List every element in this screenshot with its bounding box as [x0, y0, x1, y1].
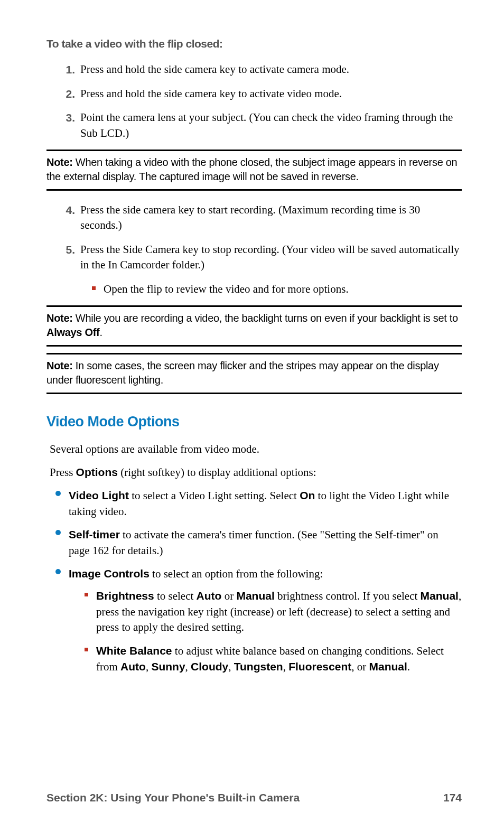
sep: , — [228, 660, 234, 673]
sub-name: White Balance — [96, 645, 172, 657]
step-number: 2. — [56, 86, 75, 101]
sub-text: or — [221, 590, 236, 602]
steps-list-1: 1. Press and hold the side camera key to… — [80, 62, 462, 141]
para-bold: Options — [76, 466, 118, 478]
step-2: 2. Press and hold the side camera key to… — [80, 86, 462, 101]
sub-brightness: Brightness to select Auto or Manual brig… — [96, 588, 462, 635]
image-controls-sub: Brightness to select Auto or Manual brig… — [96, 588, 462, 675]
step-number: 3. — [56, 110, 75, 125]
para-text: Press — [50, 466, 76, 479]
section-title: Video Mode Options — [46, 412, 462, 432]
step-3: 3. Point the camera lens at your subject… — [80, 110, 462, 141]
option-name: Self-timer — [69, 528, 120, 540]
sep: , — [185, 660, 191, 673]
wb-opt: Cloudy — [191, 660, 228, 673]
para-2: Press Options (right softkey) to display… — [50, 464, 462, 480]
step-text: Point the camera lens at your subject. (… — [80, 111, 453, 139]
note-1: Note: When taking a video with the phone… — [46, 150, 462, 191]
step-number: 5. — [56, 242, 75, 257]
option-self-timer: Self-timer to activate the camera's time… — [69, 527, 462, 558]
note-label: Note: — [46, 360, 73, 371]
option-image-controls: Image Controls to select an option from … — [69, 566, 462, 675]
option-name: Video Light — [69, 489, 129, 501]
round-bullet-icon — [55, 491, 61, 496]
step-1: 1. Press and hold the side camera key to… — [80, 62, 462, 77]
note-3: Note: In some cases, the screen may flic… — [46, 353, 462, 394]
step-4: 4. Press the side camera key to start re… — [80, 202, 462, 234]
sub-text: . — [407, 660, 410, 673]
option-text: to select an option from the following: — [150, 567, 323, 580]
step-text: Press and hold the side camera key to ac… — [80, 63, 349, 76]
option-text: to select a Video Light setting. Select — [129, 489, 300, 502]
note-2: Note: While you are recording a video, t… — [46, 305, 462, 347]
step-5-sub: Open the flip to review the video and fo… — [104, 282, 462, 297]
page-footer: Section 2K: Using Your Phone's Built-in … — [46, 790, 462, 805]
wb-opt: Sunny — [151, 660, 185, 673]
square-bullet-icon — [92, 286, 96, 290]
note-text: When taking a video with the phone close… — [46, 156, 457, 182]
round-bullet-icon — [55, 569, 61, 574]
option-name: Image Controls — [69, 567, 150, 580]
options-list: Video Light to select a Video Light sett… — [69, 488, 462, 675]
step-text: Press the Side Camera key to stop record… — [80, 243, 460, 271]
wb-opt: Fluorescent — [288, 660, 351, 673]
square-bullet-icon — [85, 648, 88, 651]
wb-opt: Auto — [120, 660, 146, 673]
para-text: (right softkey) to display additional op… — [118, 466, 316, 479]
sub-bold: Manual — [236, 590, 274, 602]
square-bullet-icon — [85, 593, 88, 596]
sep: , — [283, 660, 289, 673]
sub-text: brightness control. If you select — [275, 590, 421, 602]
note-label: Note: — [46, 312, 73, 324]
sub-bold: Auto — [197, 590, 222, 602]
wb-opt: Manual — [369, 660, 407, 673]
step-number: 4. — [56, 202, 75, 218]
sub-white-balance: White Balance to adjust white balance ba… — [96, 643, 462, 675]
step-text: Press and hold the side camera key to ac… — [80, 87, 342, 100]
footer-section: Section 2K: Using Your Phone's Built-in … — [46, 790, 300, 805]
intro-heading: To take a video with the flip closed: — [46, 36, 462, 51]
sep: , or — [351, 660, 369, 673]
footer-page-number: 174 — [443, 790, 462, 805]
sub-name: Brightness — [96, 590, 154, 602]
step-text: Press the side camera key to start recor… — [80, 203, 420, 231]
step-number: 1. — [56, 62, 75, 77]
para-1: Several options are available from video… — [50, 442, 462, 457]
step-5: 5. Press the Side Camera key to stop rec… — [80, 242, 462, 273]
note-text: In some cases, the screen may flicker an… — [46, 360, 439, 386]
sub-bold: Manual — [421, 590, 459, 602]
sub-text: to select — [154, 590, 197, 602]
sub-text: Open the flip to review the video and fo… — [104, 283, 349, 295]
note-text: While you are recording a video, the bac… — [73, 312, 458, 324]
note-label: Note: — [46, 156, 73, 168]
option-text: to activate the camera's timer function.… — [69, 528, 438, 556]
round-bullet-icon — [55, 530, 61, 535]
option-video-light: Video Light to select a Video Light sett… — [69, 488, 462, 519]
sep: , — [146, 660, 152, 673]
wb-opt: Tungsten — [234, 660, 283, 673]
note-text: . — [99, 326, 102, 338]
note-bold: Always Off — [46, 326, 99, 338]
steps-list-2: 4. Press the side camera key to start re… — [80, 202, 462, 273]
option-bold: On — [300, 489, 315, 501]
